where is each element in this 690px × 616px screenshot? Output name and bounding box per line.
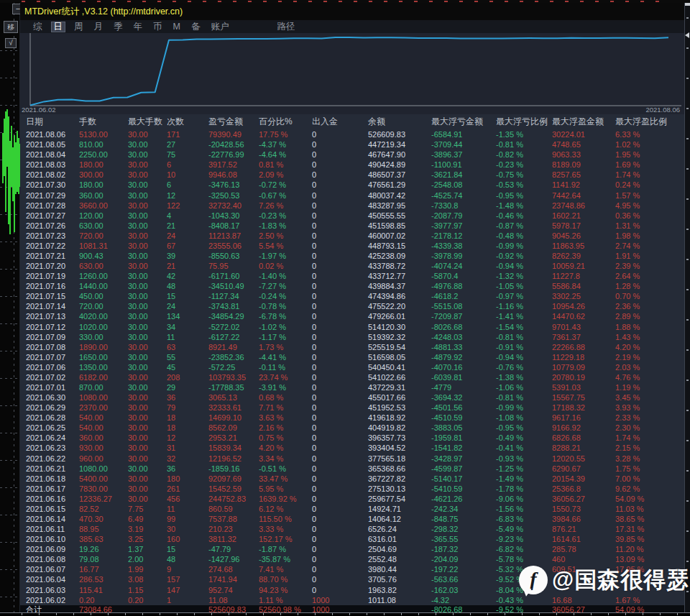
table-row[interactable]: 2021.06.28540.0030.001814699.103.63 %041… [20,413,684,423]
menu-item-账户[interactable]: 账户 [208,22,231,32]
cell-max-float-profit: 3302.25 [552,292,615,300]
cell-max-float-loss-pct: -1.08 % [496,413,552,422]
table-row[interactable]: 2021.06.177830.0030.0026115452.595.95 %0… [20,484,684,494]
table-row[interactable]: 2021.07.121020.0030.0034-5272.02-1.02 %0… [20,321,684,331]
table-row[interactable]: 2021.07.09330.0030.0011-6127.22-1.17 %05… [20,332,684,342]
cell-pct: 2.16 % [259,423,312,432]
cell-lots: 79.08 [79,555,128,564]
table-row[interactable]: 2021.06.1582.527.7511860.596.12 %014924.… [20,504,684,514]
cell-max-float-profit-pct: 1.74 % [615,170,670,179]
cell-max-float-loss: -3896.37 [431,150,496,159]
table-row[interactable]: 2021.06.1612336.2730.00456244752.831639.… [20,494,684,504]
table-row[interactable]: 2021.08.05810.0030.0027-20428.56-4.37 %0… [20,139,684,150]
table-row[interactable]: 2021.06.1188.953.1930210.233.33 %06526.2… [20,524,684,534]
cell-date: 2021.06.03 [26,586,79,594]
table-row[interactable]: 2021.06.10385.633.251603811.32152.17 %06… [20,534,684,544]
scrollbar-arrow-icon[interactable] [685,32,689,38]
table-row[interactable]: 2021.07.283660.0030.0012232732.407.26 %0… [20,201,684,211]
cell-deposit: 0 [312,433,362,442]
menu-item-季[interactable]: 季 [111,22,125,32]
cell-trades: 9 [167,565,208,574]
table-row[interactable]: 2021.07.221081.3130.006723555.065.54 %04… [20,241,684,251]
table-row[interactable]: 2021.07.27120.0030.004-1043.30-0.23 %045… [20,211,684,221]
column-header-pnl: 盈亏金额 [208,116,259,128]
menu-item-日[interactable]: 日 [51,22,66,32]
table-row[interactable]: 2021.06.0919.261.3715-47.79-1.87 %02504.… [20,544,684,554]
cell-date: 2021.06.17 [26,484,79,493]
table-row[interactable]: 2021.07.071650.0030.0055-23852.36-4.41 %… [20,352,684,362]
move-tool-icon[interactable]: 移 [4,21,18,33]
scrollbar[interactable] [684,3,690,613]
cell-pct: 1.11 % [259,596,312,604]
table-row[interactable]: 2021.07.26630.0030.0021-8408.17-1.83 %04… [20,221,684,231]
menu-item-周[interactable]: 周 [72,22,86,32]
cell-max-float-profit-pct: 7.00 % [615,474,670,483]
table-row[interactable]: 2021.06.14470.306.49997537.88115.50 %014… [20,514,684,524]
cell-max-float-loss: -7209.87 [431,312,496,321]
cell-trades: 261 [167,484,208,493]
menu-item-年[interactable]: 年 [132,22,145,32]
menu-item-备[interactable]: 备 [189,22,203,32]
table-row[interactable]: 2021.08.03180.0030.0063917.520.81 %04904… [20,160,684,170]
table-row[interactable]: 2021.08.02300.0030.00109946.082.09 %0486… [20,170,684,180]
cell-max-lots: 30.00 [128,191,167,200]
table-row[interactable]: 2021.07.14720.0030.0024-3743.81-0.78 %04… [20,301,684,311]
menu-item-综[interactable]: 综 [31,22,45,32]
table-row[interactable]: 2021.07.026182.0030.00208103793.3523.74 … [20,372,684,382]
table-row[interactable]: 2021.08.042250.0030.0075-22776.99-4.64 %… [20,150,684,160]
table-row[interactable]: 2021.07.01870.0030.0029-17788.35-3.91 %0… [20,382,684,392]
menu-item-路径[interactable]: 路径 [275,22,297,32]
table-row[interactable]: 2021.07.161440.0030.0048-34510.49-7.27 %… [20,281,684,291]
cell-lots: 960.00 [79,454,128,463]
table-row[interactable]: 2021.07.081890.0030.00638921.491.73 %052… [20,342,684,352]
cell-pct: 6.12 % [259,505,312,513]
cell-trades: 171 [167,130,208,139]
cell-pct: -6.78 % [259,312,312,321]
table-row[interactable]: 2021.06.24360.0030.00122953.210.75 %0396… [20,433,684,443]
cell-max-lots: 30.00 [128,433,167,442]
cell-trades: 32 [167,454,208,463]
table-row[interactable]: 2021.07.30180.0030.006-3476.13-0.72 %047… [20,180,684,190]
cell-balance: 455017.66 [362,393,431,402]
table-row[interactable]: 2021.07.20630.0030.002175.950.02 %043378… [20,261,684,271]
cell-pct: -0.51 % [259,464,312,473]
table-row[interactable]: 2021.06.25540.0030.00188562.092.16 %0404… [20,423,684,433]
menu-item-币[interactable]: 币 [151,22,165,32]
cell-max-float-profit-pct: 4.76 % [615,373,670,382]
table-row[interactable]: 2021.06.23930.0030.003115839.344.20 %039… [20,443,684,453]
menu-item-月[interactable]: 月 [92,22,106,32]
table-row[interactable]: 2021.06.292370.0030.007932333.617.71 %04… [20,403,684,413]
cell-max-float-loss-pct: -9.06 % [496,495,552,503]
cell-pct: -4.37 % [259,140,312,149]
table-row[interactable]: 2021.07.29360.0030.0012-3250.53-0.67 %04… [20,190,684,200]
time-axis-ticks [22,613,683,615]
cell-max-float-profit-pct: 1.43 % [615,333,670,341]
table-row[interactable]: 2021.07.21900.4330.0039-8550.63-1.97 %04… [20,251,684,261]
cell-pnl: 15452.59 [208,484,259,493]
cell-date: 2021.06.29 [26,403,79,412]
cell-balance: 433788.72 [362,262,431,270]
cell-max-float-loss-pct: -0.92 % [496,252,552,260]
table-row[interactable]: 2021.07.23720.0030.002411213.872.50 %046… [20,231,684,241]
titlebar[interactable]: MTDriver统计 ,V3.12 (http://mtdriver.cn) [20,3,684,20]
cell-max-lots: 30.00 [128,373,167,382]
table-row[interactable]: 2021.06.211080.0030.0036-1859.16-0.51 %0… [20,464,684,474]
table-row[interactable]: 2021.06.22960.0030.003212196.523.34 %037… [20,454,684,464]
cell-lots: 4020.00 [79,312,128,321]
cell-max-lots: 30.00 [128,282,167,290]
table-row[interactable]: 2021.06.301080.0030.00363065.130.68 %045… [20,392,684,403]
cell-date: 2021.07.29 [26,191,79,200]
cell-max-float-loss: -4.32 [431,596,496,604]
table-row[interactable]: 2021.06.185400.0030.0018092097.6933.47 %… [20,474,684,484]
table-row[interactable]: 2021.08.065130.0030.0017179390.4917.75 %… [20,129,684,139]
table-row[interactable]: 2021.07.191260.0030.0042-6171.60-1.40 %0… [20,271,684,281]
table-row[interactable]: 2021.07.15450.0030.0015-1127.34-0.24 %04… [20,291,684,301]
cell-pnl: 2953.21 [208,433,259,442]
table-row[interactable]: 2021.07.134020.0030.00134-34854.29-6.78 … [20,311,684,321]
menu-item-M[interactable]: M [171,22,183,32]
table-row[interactable]: 2021.06.020.200.20111.081.11 %10001011.0… [20,595,684,605]
table-row[interactable]: 2021.06.0879.082.0048-1427.96-35.87 %025… [20,554,684,564]
table-row[interactable]: 2021.07.061350.0030.0045-572.25-0.11 %05… [20,362,684,372]
check-tool-icon[interactable]: √ [5,38,17,48]
cell-deposit: 0 [312,464,362,473]
